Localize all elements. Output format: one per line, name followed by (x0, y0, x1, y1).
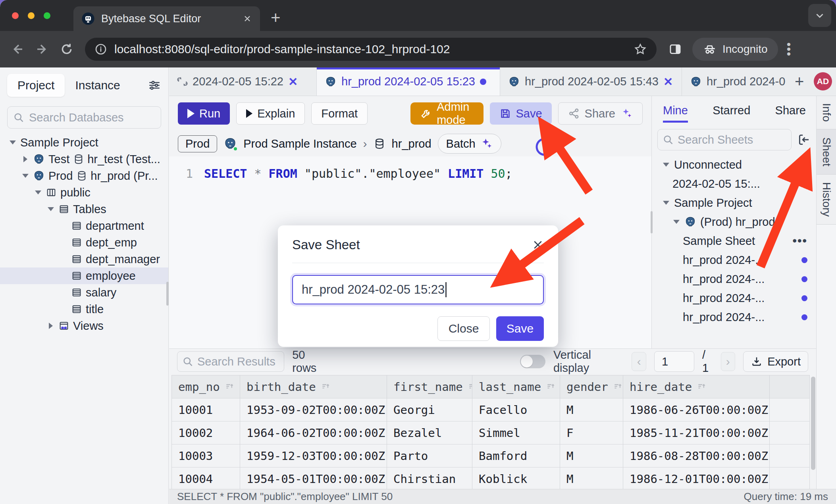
sheet-name-input[interactable]: hr_prod 2024-02-05 15:23 (292, 275, 544, 304)
sheet-panel-resize-handle[interactable] (651, 211, 653, 233)
column-header-last_name[interactable]: last_name (472, 375, 560, 398)
site-info-icon[interactable] (94, 43, 107, 56)
tree-item-test[interactable]: Testhr_test (Test... (0, 151, 168, 167)
database-name[interactable]: hr_prod (392, 137, 431, 150)
sheet-item-hr-prod-2024-[interactable]: hr_prod 2024-... (652, 308, 816, 327)
export-button[interactable]: Export (743, 351, 808, 372)
close-tab-icon[interactable]: ✕ (663, 75, 673, 88)
editor-tab-1[interactable]: 2024-02-05 15:22 ✕ (169, 67, 317, 96)
editor-tab-3[interactable]: hr_prod 2024-02-05 15:43 ✕ (500, 67, 682, 96)
forward-icon[interactable] (35, 42, 49, 56)
search-results-input[interactable]: Search Results (177, 351, 284, 372)
tree-item-tables[interactable]: Tables (0, 201, 168, 217)
tree-item-title[interactable]: title (0, 301, 168, 317)
sheet-item-hr-prod-2024-[interactable]: hr_prod 2024-... (652, 250, 816, 269)
sort-icon[interactable] (613, 382, 623, 392)
sort-icon[interactable] (546, 382, 556, 392)
editor-tab-2-active[interactable]: hr_prod 2024-02-05 15:23 (317, 67, 500, 96)
close-tab-icon[interactable]: ✕ (288, 75, 298, 88)
back-icon[interactable] (10, 42, 25, 56)
batch-toggle[interactable]: Batch (438, 134, 501, 154)
search-sheets-input[interactable]: Search Sheets (657, 129, 792, 150)
close-dialog-icon[interactable] (532, 239, 544, 251)
format-button[interactable]: Format (311, 102, 368, 125)
sort-icon[interactable] (225, 382, 235, 392)
caret-down-icon[interactable] (21, 174, 29, 178)
caret-down-icon[interactable] (47, 207, 55, 211)
table-row[interactable]: 100021964-06-02T00:00:00ZBezalelSimmelF1… (172, 421, 809, 444)
column-header-emp_no[interactable]: emp_no (172, 375, 240, 398)
admin-mode-button[interactable]: Admin mode (410, 102, 483, 125)
caret-down-icon[interactable] (34, 190, 42, 194)
results-scrollbar[interactable] (811, 377, 815, 470)
collapse-panel-icon[interactable] (797, 133, 811, 146)
new-tab-button[interactable]: + (271, 10, 281, 26)
sort-icon[interactable] (321, 382, 331, 392)
tree-item-department[interactable]: department (0, 217, 168, 234)
rail-tab-sheet[interactable]: Sheet (817, 129, 836, 175)
table-row[interactable]: 100041954-05-01T00:00:00ZChirstianKoblic… (172, 467, 809, 489)
sort-icon[interactable] (697, 382, 707, 392)
explain-button[interactable]: Explain (236, 102, 305, 125)
tree-item-prod[interactable]: Prodhr_prod (Pr... (0, 167, 168, 184)
sidebar-resize-handle[interactable] (166, 282, 169, 306)
tree-item-views[interactable]: Views (0, 317, 168, 334)
save-button[interactable]: Save (490, 102, 552, 125)
tree-item-dept-emp[interactable]: dept_emp (0, 234, 168, 251)
tab-search-button[interactable] (808, 4, 831, 27)
side-panel-icon[interactable] (668, 42, 682, 56)
column-header-gender[interactable]: gender (560, 375, 623, 398)
tab-project[interactable]: Project (7, 74, 65, 97)
close-window-button[interactable] (12, 12, 19, 19)
page-number-input[interactable]: 1 (654, 351, 694, 372)
tree-item-employee[interactable]: employee (0, 267, 168, 284)
sheet-item-hr-prod-2024-[interactable]: hr_prod 2024-... (652, 269, 816, 289)
tree-item-salary[interactable]: salary (0, 284, 168, 301)
caret-down-icon[interactable] (672, 220, 680, 224)
column-header-hire_date[interactable]: hire_date (623, 375, 770, 398)
tab-starred[interactable]: Starred (713, 104, 750, 123)
search-databases-input[interactable]: Search Databases (7, 106, 161, 129)
share-button[interactable]: Share (558, 102, 643, 125)
avatar[interactable]: AD (814, 72, 832, 90)
caret-down-icon[interactable] (662, 163, 670, 167)
address-bar[interactable]: localhost:8080/sql-editor/prod-sample-in… (85, 38, 657, 61)
browser-menu-icon[interactable]: ••• (787, 42, 791, 56)
run-button[interactable]: Run (178, 102, 230, 125)
prev-page-button[interactable]: ‹ (632, 352, 646, 371)
sheet-item-unconnected[interactable]: Unconnected (652, 155, 816, 174)
sheet-item--prod-hr-prod[interactable]: (Prod) hr_prod (652, 212, 816, 231)
caret-down-icon[interactable] (9, 140, 17, 144)
tab-instance[interactable]: Instance (65, 74, 130, 97)
filter-sliders-icon[interactable] (148, 79, 161, 92)
sheet-item-menu-icon[interactable]: ••• (792, 234, 807, 248)
maximize-window-button[interactable] (44, 12, 50, 19)
rail-tab-history[interactable]: History (817, 175, 836, 225)
tree-item-dept-manager[interactable]: dept_manager (0, 251, 168, 267)
instance-name[interactable]: Prod Sample Instance (243, 137, 356, 150)
vertical-display-toggle[interactable] (520, 355, 545, 368)
table-row[interactable]: 100031959-12-03T00:00:00ZPartoBamfordM19… (172, 444, 809, 467)
sheet-item-sample-sheet[interactable]: Sample Sheet••• (652, 231, 816, 250)
column-header-birth_date[interactable]: birth_date (240, 375, 387, 398)
tree-item-sample-project[interactable]: Sample Project (0, 134, 168, 151)
tab-mine[interactable]: Mine (663, 104, 688, 123)
dialog-save-button[interactable]: Save (496, 316, 544, 341)
next-page-button[interactable]: › (721, 352, 736, 371)
bookmark-star-icon[interactable] (634, 42, 647, 56)
close-tab-icon[interactable] (243, 14, 252, 23)
tree-item-public[interactable]: public (0, 184, 168, 201)
caret-right-icon[interactable] (47, 323, 55, 329)
rail-tab-info[interactable]: Info (817, 96, 836, 129)
column-header-first_name[interactable]: first_name (387, 375, 472, 398)
dialog-close-button[interactable]: Close (437, 316, 490, 341)
table-row[interactable]: 100011953-09-02T00:00:00ZGeorgiFacelloM1… (172, 398, 809, 421)
tab-share[interactable]: Share (775, 104, 806, 123)
minimize-window-button[interactable] (28, 12, 35, 19)
add-sheet-tab-button[interactable]: + (788, 67, 810, 96)
caret-down-icon[interactable] (662, 201, 670, 205)
sheet-item-2024-02-05-15-[interactable]: 2024-02-05 15:... (652, 174, 816, 193)
reload-icon[interactable] (60, 42, 74, 56)
editor-tab-4[interactable]: hr_prod 2024-0 (682, 67, 788, 96)
sort-icon[interactable] (468, 382, 472, 392)
